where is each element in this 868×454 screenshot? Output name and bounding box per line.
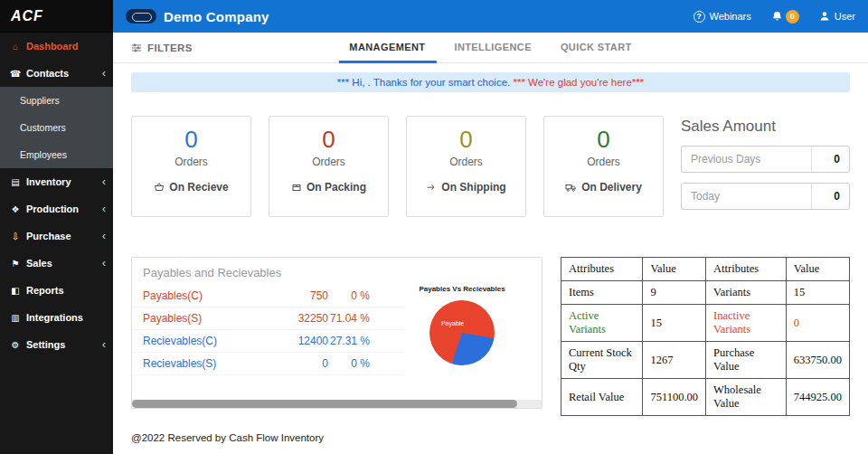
sidebar-item-contacts[interactable]: ☎ Contacts ‹ <box>0 60 113 87</box>
integrations-icon: ▥ <box>9 313 22 323</box>
order-stage-text: On Delivery <box>581 181 642 194</box>
reports-icon: ◧ <box>9 286 22 296</box>
sidebar-item-label: Sales <box>26 258 102 269</box>
sales-amount-title: Sales Amount <box>681 118 850 136</box>
tab-management[interactable]: MANAGEMENT <box>338 33 436 63</box>
order-stage-text: On Packing <box>307 181 366 194</box>
order-count: 0 <box>544 126 663 154</box>
table-row: Retail Value 751100.00 Wholesale Value 7… <box>561 379 850 416</box>
welcome-banner: *** Hi, . Thanks for your smart choice. … <box>131 72 850 92</box>
sidebar-item-employees[interactable]: Employees <box>0 141 113 168</box>
company-name: Demo Company <box>164 9 269 24</box>
table-row: Recievables(S) 0 0 % <box>132 353 403 375</box>
sidebar-item-customers[interactable]: Customers <box>0 114 113 141</box>
attr-cell: 744925.00 <box>786 379 849 416</box>
payables-panel-title: Payables and Recievables <box>132 258 542 285</box>
sidebar-item-label: Integrations <box>26 312 106 323</box>
card-on-delivery[interactable]: 0 Orders On Delivery <box>543 116 664 217</box>
sidebar-item-dashboard[interactable]: ⌂ Dashboard <box>0 33 113 60</box>
attr-cell: Inactive Variants <box>706 305 787 342</box>
main-content: FILTERS MANAGEMENT INTELLIGENCE QUICK ST… <box>113 33 868 454</box>
order-stage-label: On Recieve <box>132 181 250 194</box>
scrollbar-thumb[interactable] <box>132 400 517 408</box>
receivables-label: Recievables(S) <box>143 357 260 370</box>
col-header: Value <box>643 258 706 281</box>
receivables-percent: 0 % <box>328 357 373 370</box>
payables-table: Payables(C) 750 0 % Payables(S) 32250 71… <box>132 285 403 375</box>
attr-cell: 15 <box>643 305 706 342</box>
tab-bar: MANAGEMENT INTELLIGENCE QUICK START <box>338 33 642 63</box>
sidebar-item-label: Production <box>26 203 102 214</box>
pie-slice-label: Payable <box>441 320 464 326</box>
sidebar-item-suppliers[interactable]: Suppliers <box>0 87 113 114</box>
receivables-value: 0 <box>260 357 328 370</box>
sidebar-item-label: Reports <box>26 285 106 296</box>
payables-percent: 0 % <box>328 289 373 302</box>
card-on-receive[interactable]: 0 Orders On Recieve <box>131 116 251 217</box>
filters-label: FILTERS <box>147 43 193 53</box>
sidebar-item-label: Dashboard <box>26 41 106 52</box>
top-header: Demo Company ? Webinars 0 User <box>113 0 868 33</box>
user-label: User <box>835 11 855 22</box>
order-unit: Orders <box>269 156 388 168</box>
attr-cell: Wholesale Value <box>706 379 787 416</box>
order-unit: Orders <box>407 156 525 168</box>
sidebar-item-integrations[interactable]: ▥ Integrations <box>0 304 113 331</box>
sidebar: ACF ⌂ Dashboard ☎ Contacts ‹ Suppliers C… <box>0 0 113 454</box>
payables-value: 32250 <box>260 312 328 325</box>
col-header: Value <box>786 258 849 281</box>
attr-cell: Items <box>561 281 643 305</box>
attr-cell: Variants <box>706 281 787 305</box>
sales-today-field[interactable]: Today 0 <box>681 183 850 210</box>
horizontal-scrollbar[interactable] <box>132 400 542 408</box>
contacts-submenu: Suppliers Customers Employees <box>0 87 113 168</box>
sidebar-item-production[interactable]: ❖ Production ‹ <box>0 195 113 222</box>
sidebar-item-settings[interactable]: ⚙ Settings ‹ <box>0 331 113 358</box>
card-on-packing[interactable]: 0 Orders On Packing <box>269 116 389 217</box>
banner-text-primary: *** Hi, . Thanks for your smart choice. <box>337 77 514 88</box>
payables-label: Payables(S) <box>143 312 260 325</box>
order-unit: Orders <box>132 156 250 168</box>
notifications-button[interactable]: 0 <box>771 10 799 24</box>
card-on-shipping[interactable]: 0 Orders On Shipping <box>406 116 526 217</box>
sales-row-value: 0 <box>811 147 849 172</box>
notification-badge: 0 <box>786 10 799 24</box>
sidebar-item-sales[interactable]: ⚑ Sales ‹ <box>0 250 113 277</box>
order-unit: Orders <box>544 156 663 168</box>
order-count: 0 <box>132 126 250 154</box>
attr-cell: 15 <box>786 281 849 305</box>
sidebar-item-purchase[interactable]: ⇩ Purchase ‹ <box>0 222 113 250</box>
webinars-button[interactable]: ? Webinars <box>693 11 751 23</box>
order-stage-text: On Recieve <box>169 181 228 194</box>
order-stage-label: On Packing <box>269 181 388 194</box>
pie-chart-title: Payables Vs Recievables <box>399 285 525 293</box>
filters-button[interactable]: FILTERS <box>131 33 193 63</box>
sidebar-item-inventory[interactable]: ▤ Inventory ‹ <box>0 168 113 195</box>
filters-icon <box>131 43 142 53</box>
table-row: Active Variants 15 Inactive Variants 0 <box>561 305 850 342</box>
order-stage-label: On Shipping <box>407 181 525 194</box>
sales-amount-section: Sales Amount Previous Days 0 Today 0 <box>681 116 850 217</box>
question-circle-icon: ? <box>693 11 705 23</box>
col-header: Attributes <box>706 258 787 281</box>
tab-quick-start[interactable]: QUICK START <box>550 33 643 63</box>
dashboard-icon: ⌂ <box>9 42 22 52</box>
chevron-left-icon: ‹ <box>102 232 106 241</box>
dashboard-body: 0 Orders On Recieve 0 Orders <box>113 116 868 443</box>
contacts-icon: ☎ <box>9 69 22 79</box>
sales-previous-days-field[interactable]: Previous Days 0 <box>681 146 850 173</box>
receive-icon <box>154 182 165 193</box>
chevron-left-icon: ‹ <box>102 259 106 268</box>
payables-value: 750 <box>260 289 328 302</box>
col-header: Attributes <box>561 258 643 281</box>
attributes-table: Attributes Value Attributes Value Items … <box>561 257 850 416</box>
banner-text-secondary: *** We're glad you're here*** <box>513 77 644 88</box>
tab-intelligence[interactable]: INTELLIGENCE <box>443 33 542 63</box>
packing-icon <box>291 182 302 193</box>
attributes-section: Attributes Value Attributes Value Items … <box>561 257 850 416</box>
user-menu[interactable]: User <box>819 11 855 22</box>
header-actions: ? Webinars 0 User <box>693 10 856 24</box>
sidebar-item-reports[interactable]: ◧ Reports <box>0 277 113 304</box>
attr-cell: 751100.00 <box>643 379 706 416</box>
shipping-icon <box>426 182 437 193</box>
